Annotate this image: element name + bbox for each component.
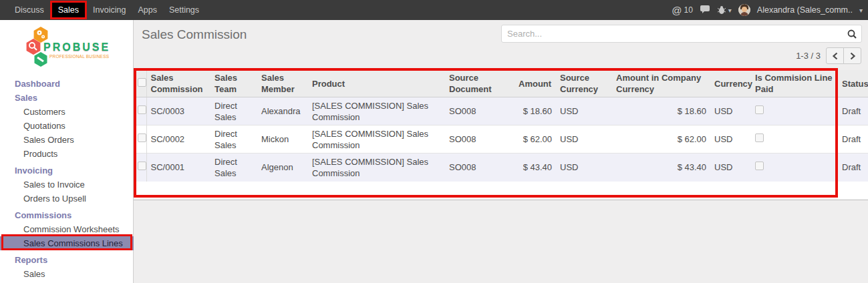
row-checkbox[interactable] [138, 162, 146, 170]
sidebar-item-orders-to-upsell[interactable]: Orders to Upsell [0, 192, 134, 206]
topbar-right: @ 10 ▾ Alexandra (Sales_comm.. ▾ [672, 0, 863, 20]
sidebar-item-sales-commissions-lines[interactable]: Sales Commissions Lines [0, 236, 134, 250]
col-source-currency[interactable]: Source Currency [556, 70, 612, 97]
col-amount-company[interactable]: Amount in Company Currency [612, 70, 710, 97]
table-header-row: Sales Commission Sales Team Sales Member… [134, 70, 868, 97]
cell-product: [SALES COMMISSION] Sales Commission [308, 125, 445, 154]
pager-range: 1-3 / 3 [796, 51, 821, 61]
search-icon[interactable] [847, 29, 857, 42]
paid-checkbox[interactable] [755, 133, 764, 142]
sidebar-item-dashboard[interactable]: Dashboard [0, 77, 134, 91]
menu-settings[interactable]: Settings [163, 0, 205, 20]
cell-status: Draft [838, 97, 868, 125]
cell-currency: USD [710, 125, 751, 154]
user-menu[interactable]: Alexandra (Sales_comm.. [757, 5, 853, 15]
main-content: Sales Commission 1-3 / 3 Sales Commis [134, 20, 868, 283]
col-amount[interactable]: Amount [515, 70, 556, 97]
sidebar: PROBUSE PROFESSIONAL BUSINESS Dashboard … [0, 20, 134, 283]
cell-team: Direct Sales [210, 97, 257, 125]
col-product[interactable]: Product [308, 70, 445, 97]
cell-source-currency: USD [556, 97, 612, 125]
avatar[interactable] [738, 4, 750, 16]
mention-count: 10 [684, 5, 692, 15]
logo-subtitle: PROFESSIONAL BUSINESS [49, 54, 109, 59]
sidebar-item-commission-worksheets[interactable]: Commission Worksheets [0, 222, 134, 236]
menu-sales[interactable]: Sales [52, 3, 85, 17]
debug-icon[interactable]: ▾ [717, 5, 732, 15]
row-checkbox[interactable] [138, 133, 146, 142]
cell-is-paid [751, 97, 838, 125]
list-view: Sales Commission Sales Team Sales Member… [134, 70, 868, 200]
logo-title: PROBUSE [43, 41, 110, 53]
cell-member: Alexandra [257, 97, 308, 125]
col-status[interactable]: Status [838, 70, 868, 97]
col-source-document[interactable]: Source Document [445, 70, 515, 97]
cell-amount-company: $ 43.40 [612, 154, 710, 182]
sidebar-item-quotations[interactable]: Quotations [0, 119, 134, 133]
pager: 1-3 / 3 [796, 47, 861, 64]
col-sales-commission[interactable]: Sales Commission [146, 70, 210, 97]
select-all-checkbox[interactable] [138, 78, 146, 87]
select-all-cell [134, 70, 146, 97]
sidebar-menu: Dashboard Sales Customers Quotations Sal… [0, 77, 134, 281]
cell-source-currency: USD [556, 154, 612, 182]
cell-status: Draft [838, 154, 868, 182]
topbar-menus: Discuss Sales Invoicing Apps Settings [9, 0, 205, 20]
paid-checkbox[interactable] [755, 105, 764, 114]
probuse-logo: PROBUSE PROFESSIONAL BUSINESS [24, 25, 118, 72]
table-row[interactable]: SC/0002 Direct Sales Mickon [SALES COMMI… [134, 125, 868, 154]
mentions-button[interactable]: @ 10 [672, 5, 693, 16]
at-icon: @ [672, 5, 682, 16]
pager-next-button[interactable] [843, 47, 861, 64]
caret-down-icon: ▾ [728, 7, 732, 14]
cell-source-currency: USD [556, 125, 612, 154]
chevron-right-icon [849, 52, 856, 60]
sidebar-header-invoicing[interactable]: Invoicing [0, 164, 134, 178]
cell-team: Direct Sales [210, 125, 257, 154]
cell-name: SC/0002 [146, 125, 210, 154]
cell-source-document: SO008 [445, 154, 515, 182]
menu-discuss[interactable]: Discuss [9, 0, 50, 20]
cell-is-paid [751, 125, 838, 154]
sidebar-header-reports[interactable]: Reports [0, 253, 134, 267]
cell-amount-company: $ 18.60 [612, 97, 710, 125]
search-bar [501, 25, 862, 43]
cell-amount: $ 18.60 [515, 97, 556, 125]
messages-icon[interactable] [700, 5, 710, 16]
user-caret-icon: ▾ [859, 7, 863, 14]
table-row[interactable]: SC/0001 Direct Sales Algenon [SALES COMM… [134, 154, 868, 182]
cell-source-document: SO008 [445, 97, 515, 125]
paid-checkbox[interactable] [755, 162, 764, 170]
sales-commission-table: Sales Commission Sales Team Sales Member… [134, 70, 868, 182]
col-is-paid[interactable]: Is Commision Line Paid [751, 70, 838, 97]
col-sales-team[interactable]: Sales Team [210, 70, 257, 97]
sidebar-item-reports-sales[interactable]: Sales [0, 267, 134, 281]
cell-currency: USD [710, 97, 751, 125]
cell-status: Draft [838, 125, 868, 154]
cell-source-document: SO008 [445, 125, 515, 154]
cell-amount-company: $ 62.00 [612, 125, 710, 154]
menu-apps[interactable]: Apps [132, 0, 163, 20]
cell-name: SC/0003 [146, 97, 210, 125]
col-currency[interactable]: Currency [710, 70, 751, 97]
cell-product: [SALES COMMISSION] Sales Commission [308, 97, 445, 125]
pager-prev-button[interactable] [826, 47, 844, 64]
row-checkbox[interactable] [138, 105, 146, 114]
col-sales-member[interactable]: Sales Member [257, 70, 308, 97]
page-title: Sales Commission [142, 27, 247, 42]
sidebar-item-products[interactable]: Products [0, 147, 134, 161]
cell-product: [SALES COMMISSION] Sales Commission [308, 154, 445, 182]
menu-invoicing[interactable]: Invoicing [87, 0, 132, 20]
sidebar-item-sales-to-invoice[interactable]: Sales to Invoice [0, 178, 134, 192]
cell-amount: $ 43.40 [515, 154, 556, 182]
sidebar-item-sales-orders[interactable]: Sales Orders [0, 133, 134, 147]
cell-member: Algenon [257, 154, 308, 182]
chevron-left-icon [832, 52, 839, 60]
sidebar-item-customers[interactable]: Customers [0, 105, 134, 119]
cell-member: Mickon [257, 125, 308, 154]
sidebar-item-sales[interactable]: Sales [0, 91, 134, 105]
sidebar-header-commissions[interactable]: Commissions [0, 208, 134, 222]
table-row[interactable]: SC/0003 Direct Sales Alexandra [SALES CO… [134, 97, 868, 125]
cell-amount: $ 62.00 [515, 125, 556, 154]
search-input[interactable] [501, 25, 862, 43]
